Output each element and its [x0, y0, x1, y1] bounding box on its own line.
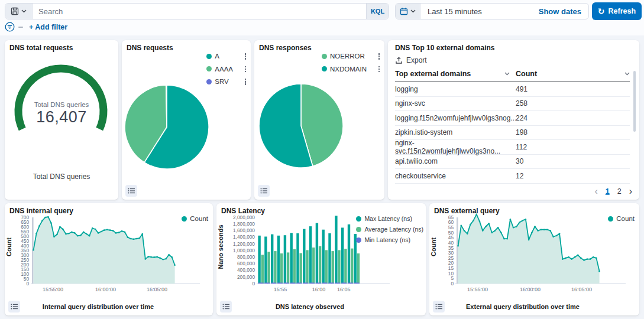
query-bar: KQL — [5, 3, 389, 19]
panel-dns-total-requests: DNS total requests Total DNS queries 16,… — [5, 40, 118, 200]
cell-domain: zipkin.istio-system — [395, 128, 516, 136]
legend-toggle-button[interactable] — [8, 301, 20, 313]
svg-text:16:00:00: 16:00:00 — [95, 287, 116, 292]
svg-text:1,200,000: 1,200,000 — [233, 241, 255, 247]
column-label: Top external domains — [395, 70, 471, 78]
pie-legend: NOERROR NXDOMAIN — [322, 52, 381, 73]
cell-count: 112 — [516, 143, 630, 151]
search-input[interactable] — [33, 4, 366, 19]
svg-text:1,800,000: 1,800,000 — [233, 221, 255, 227]
gauge-center-label: Total DNS queries — [5, 101, 118, 108]
legend-item-a[interactable]: A — [206, 52, 247, 61]
add-filter-link[interactable]: + Add filter — [29, 23, 67, 31]
refresh-button[interactable]: ↻ Refresh — [592, 2, 642, 20]
cell-count: 12 — [516, 172, 630, 180]
cell-domain: api.twilio.com — [395, 157, 516, 165]
cell-count: 258 — [516, 99, 630, 108]
legend-menu-icon[interactable] — [244, 77, 248, 86]
panel-title: DNS Latency — [221, 207, 265, 215]
date-quick-menu-button[interactable] — [396, 4, 420, 19]
legend-toggle-button[interactable] — [220, 301, 232, 313]
legend-item-noerror[interactable]: NOERROR — [322, 52, 381, 61]
legend-label: Count — [190, 215, 208, 222]
save-icon — [11, 7, 19, 15]
svg-text:200,000: 200,000 — [237, 274, 255, 280]
chevron-down-icon — [21, 9, 27, 13]
table-row: api.twilio.com 30 — [395, 155, 630, 170]
kql-button[interactable]: KQL — [366, 4, 389, 19]
panel-dns-responses: DNS responses NOERROR NXDOMAIN — [254, 40, 384, 200]
previous-page-icon[interactable]: ‹ — [594, 188, 597, 195]
filter-in-circle-icon[interactable] — [5, 22, 15, 32]
legend-menu-icon[interactable] — [244, 52, 248, 61]
external-query-area-chart[interactable]: 0510152025303540455055606515:55:0016:00:… — [434, 213, 634, 295]
legend-label: NOERROR — [330, 53, 371, 60]
list-icon — [11, 303, 18, 310]
cell-domain: checkoutservice — [395, 172, 516, 180]
cell-domain: nginx-svc — [395, 99, 516, 108]
panel-title: DNS total requests — [9, 44, 73, 52]
pie-legend: A AAAA SRV — [206, 52, 247, 86]
legend-toggle-button[interactable] — [125, 185, 137, 197]
legend-item-min-latency[interactable]: Min Latency (ns) — [356, 236, 423, 243]
svg-text:35: 35 — [448, 245, 454, 251]
x-axis-title: Internal query distribution over time — [9, 303, 187, 310]
svg-text:50: 50 — [448, 230, 454, 236]
legend-item-srv[interactable]: SRV — [206, 77, 247, 86]
list-icon — [128, 187, 135, 194]
page-button-1[interactable]: 1 — [606, 187, 610, 196]
svg-text:15:55:00: 15:55:00 — [43, 287, 63, 292]
chevron-down-icon — [410, 9, 416, 13]
legend-menu-icon[interactable] — [377, 52, 381, 61]
svg-text:16:00:00: 16:00:00 — [520, 287, 541, 292]
legend-label: A — [215, 53, 238, 60]
legend-menu-icon[interactable] — [377, 65, 381, 74]
svg-text:16:00: 16:00 — [312, 287, 326, 292]
svg-text:65: 65 — [448, 214, 454, 220]
legend-item-aaaa[interactable]: AAAA — [206, 65, 247, 74]
filter-separator — [18, 27, 23, 28]
legend-label: Average Latency (ns) — [364, 226, 423, 233]
legend-item-count[interactable]: Count — [608, 215, 635, 222]
show-dates-button[interactable]: Show dates — [532, 4, 588, 19]
legend-toggle-button[interactable] — [258, 185, 270, 197]
column-label: Count — [516, 70, 537, 78]
legend-item-count[interactable]: Count — [182, 215, 208, 222]
refresh-label: Refresh — [609, 7, 636, 15]
list-icon — [222, 303, 229, 310]
cell-count: 198 — [516, 128, 630, 136]
calendar-icon — [400, 7, 408, 15]
column-header-count[interactable]: Count — [516, 70, 630, 78]
svg-text:16:05:00: 16:05:00 — [571, 287, 592, 292]
legend-menu-icon[interactable] — [244, 65, 248, 74]
column-header-domains[interactable]: Top external domains — [395, 70, 516, 78]
table-scrollbar[interactable] — [633, 71, 636, 132]
date-picker: Last 15 minutes Show dates — [395, 3, 589, 19]
legend-item-max-latency[interactable]: Max Latency (ns) — [356, 215, 423, 222]
svg-text:30: 30 — [448, 250, 454, 256]
export-button[interactable]: Export — [395, 56, 427, 64]
page-button-2[interactable]: 2 — [617, 187, 622, 196]
cell-domain: logging.f15n2womfujehfjlwv0lgs3nog.... — [395, 114, 516, 122]
list-icon — [435, 303, 442, 310]
svg-text:10: 10 — [448, 271, 454, 276]
legend-toggle-button[interactable] — [433, 301, 445, 313]
legend-item-average-latency[interactable]: Average Latency (ns) — [356, 226, 423, 233]
sort-chevron-icon — [504, 72, 510, 76]
internal-query-area-chart[interactable]: 0501001502002503003504004505005506006507… — [9, 213, 208, 295]
legend-label: AAAA — [215, 66, 238, 73]
next-page-icon[interactable]: › — [629, 188, 632, 195]
legend-label: Count — [616, 215, 635, 222]
table-row: logging.f15n2womfujehfjlwv0lgs3nog.... 2… — [395, 111, 630, 126]
cell-domain: logging — [395, 85, 516, 93]
gauge-bottom-label: Total DNS queries — [5, 172, 118, 181]
gauge-value: 16,407 — [5, 108, 118, 126]
svg-text:700: 700 — [21, 214, 29, 220]
legend-dot — [206, 66, 212, 71]
domains-table: Top external domains Count logging 491 n… — [395, 70, 630, 184]
saved-query-button[interactable] — [5, 4, 33, 19]
legend-item-nxdomain[interactable]: NXDOMAIN — [322, 65, 381, 74]
svg-text:2,000,000: 2,000,000 — [233, 214, 255, 220]
time-range-button[interactable]: Last 15 minutes — [420, 4, 532, 19]
legend-dot — [206, 54, 212, 59]
